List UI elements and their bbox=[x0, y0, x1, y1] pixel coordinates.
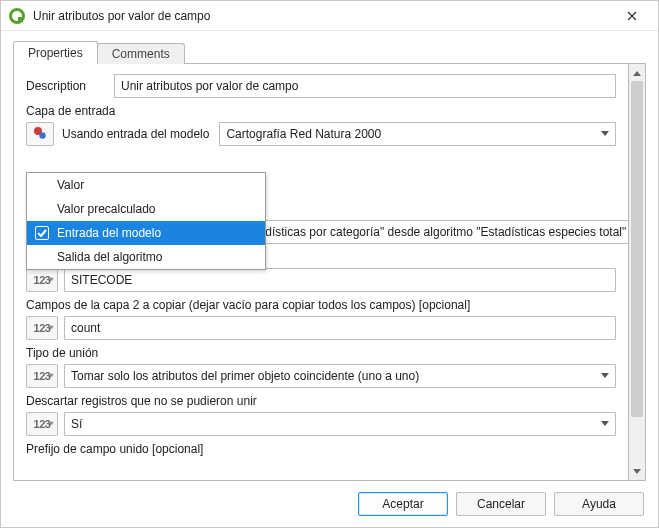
close-button[interactable] bbox=[612, 2, 652, 30]
svg-rect-1 bbox=[18, 17, 23, 22]
capa2-value-text: "Estadísticas por categoría" desde algor… bbox=[237, 225, 626, 239]
description-input[interactable]: Unir atributos por valor de campo bbox=[114, 74, 616, 98]
dropdown-option-valor-precalculado[interactable]: Valor precalculado bbox=[27, 197, 265, 221]
chevron-down-icon bbox=[601, 421, 609, 427]
descartar-combo[interactable]: Sí bbox=[64, 412, 616, 436]
scroll-up-arrow-icon[interactable] bbox=[629, 64, 645, 81]
checkbox-empty-icon bbox=[35, 202, 49, 216]
campos-copiar-label: Campos de la capa 2 a copiar (dejar vací… bbox=[26, 298, 616, 312]
cancel-button[interactable]: Cancelar bbox=[456, 492, 546, 516]
chevron-down-icon bbox=[48, 374, 54, 379]
capa-entrada-mode-button[interactable] bbox=[26, 122, 54, 146]
accept-button[interactable]: Aceptar bbox=[358, 492, 448, 516]
dropdown-option-salida-algoritmo[interactable]: Salida del algoritmo bbox=[27, 245, 265, 269]
properties-panel: Description Unir atributos por valor de … bbox=[13, 63, 629, 481]
chevron-down-icon bbox=[48, 422, 54, 427]
capa-entrada-mode-text: Usando entrada del modelo bbox=[62, 127, 209, 141]
campo-tabla2-input[interactable]: SITECODE bbox=[64, 268, 616, 292]
dropdown-option-entrada-modelo[interactable]: Entrada del modelo bbox=[27, 221, 265, 245]
window-title: Unir atributos por valor de campo bbox=[33, 9, 612, 23]
scrollbar-track[interactable] bbox=[629, 81, 645, 463]
content-area: Properties Comments Description Unir atr… bbox=[1, 31, 658, 481]
descartar-type-button[interactable]: 123 bbox=[26, 412, 58, 436]
campos-copiar-input[interactable]: count bbox=[64, 316, 616, 340]
vertical-scrollbar[interactable] bbox=[629, 63, 646, 481]
dialog-buttons: Aceptar Cancelar Ayuda bbox=[1, 481, 658, 527]
mode-dropdown-popup: Valor Valor precalculado Entrada del mod… bbox=[26, 172, 266, 270]
chevron-down-icon bbox=[48, 278, 54, 283]
description-label: Description bbox=[26, 79, 108, 93]
tipo-union-label: Tipo de unión bbox=[26, 346, 616, 360]
chevron-down-icon bbox=[48, 326, 54, 331]
prefijo-label: Prefijo de campo unido [opcional] bbox=[26, 442, 616, 456]
chevron-down-icon bbox=[601, 373, 609, 379]
capa-entrada-label: Capa de entrada bbox=[26, 104, 616, 118]
dialog-window: Unir atributos por valor de campo Proper… bbox=[0, 0, 659, 528]
checkbox-checked-icon bbox=[35, 226, 49, 240]
tipo-union-value: Tomar solo los atributos del primer obje… bbox=[71, 369, 419, 383]
capa2-value-combo[interactable]: "Estadísticas por categoría" desde algor… bbox=[230, 220, 629, 244]
campos-copiar-type-button[interactable]: 123 bbox=[26, 316, 58, 340]
tab-comments[interactable]: Comments bbox=[97, 43, 185, 64]
tipo-union-type-button[interactable]: 123 bbox=[26, 364, 58, 388]
scrollbar-thumb[interactable] bbox=[631, 81, 643, 417]
svg-point-3 bbox=[39, 132, 45, 138]
tipo-union-combo[interactable]: Tomar solo los atributos del primer obje… bbox=[64, 364, 616, 388]
campo-tabla2-type-button[interactable]: 123 bbox=[26, 268, 58, 292]
descartar-label: Descartar registros que no se pudieron u… bbox=[26, 394, 616, 408]
help-button[interactable]: Ayuda bbox=[554, 492, 644, 516]
checkbox-empty-icon bbox=[35, 178, 49, 192]
dropdown-option-valor[interactable]: Valor bbox=[27, 173, 265, 197]
capa-entrada-value: Cartografía Red Natura 2000 bbox=[226, 127, 381, 141]
chevron-down-icon bbox=[601, 131, 609, 137]
tab-bar: Properties Comments bbox=[13, 41, 646, 64]
scroll-down-arrow-icon[interactable] bbox=[629, 463, 645, 480]
description-row: Description Unir atributos por valor de … bbox=[26, 74, 616, 98]
gear-red-icon bbox=[32, 125, 48, 144]
capa-entrada-combo[interactable]: Cartografía Red Natura 2000 bbox=[219, 122, 616, 146]
descartar-value: Sí bbox=[71, 417, 82, 431]
tab-properties[interactable]: Properties bbox=[13, 41, 98, 64]
checkbox-empty-icon bbox=[35, 250, 49, 264]
qgis-app-icon bbox=[9, 8, 25, 24]
titlebar: Unir atributos por valor de campo bbox=[1, 1, 658, 31]
